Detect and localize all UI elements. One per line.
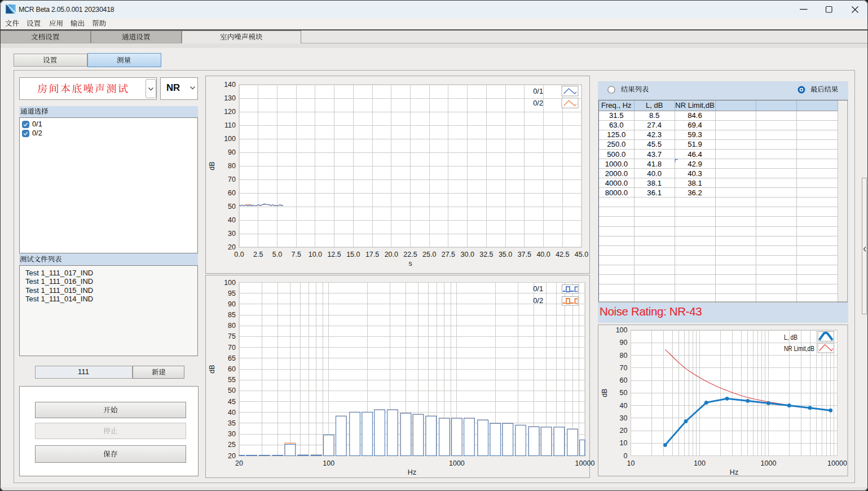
svg-text:500.0: 500.0 [607, 150, 625, 159]
svg-text:4000.0: 4000.0 [605, 179, 627, 187]
svg-text:10.0: 10.0 [309, 251, 322, 258]
svg-text:80: 80 [228, 322, 236, 330]
svg-text:30: 30 [228, 430, 236, 438]
svg-text:60: 60 [228, 189, 236, 197]
svg-text:dB: dB [601, 389, 609, 397]
svg-text:69.4: 69.4 [688, 121, 702, 129]
svg-text:35: 35 [228, 419, 236, 427]
svg-text:30: 30 [228, 230, 236, 238]
svg-text:17.5: 17.5 [365, 251, 379, 258]
svg-text:L, dB: L, dB [784, 334, 797, 341]
svg-text:36.2: 36.2 [688, 188, 702, 197]
svg-text:20: 20 [228, 452, 236, 460]
svg-text:40: 40 [228, 216, 236, 224]
svg-text:1000: 1000 [449, 459, 465, 467]
svg-text:22.5: 22.5 [403, 251, 417, 258]
svg-text:90: 90 [228, 300, 236, 308]
svg-text:1000: 1000 [761, 459, 777, 467]
svg-text:80: 80 [228, 162, 236, 170]
svg-text:45.0: 45.0 [575, 251, 588, 258]
svg-text:NR Limit,dB: NR Limit,dB [675, 101, 714, 109]
svg-text:60: 60 [228, 365, 236, 373]
svg-text:90: 90 [620, 339, 628, 347]
svg-text:1000.0: 1000.0 [605, 160, 627, 168]
svg-text:27.5: 27.5 [442, 251, 455, 258]
svg-text:84.6: 84.6 [688, 111, 702, 120]
svg-text:50: 50 [228, 203, 236, 211]
svg-text:120: 120 [224, 108, 236, 116]
svg-text:50: 50 [228, 387, 236, 394]
svg-text:43.7: 43.7 [647, 150, 662, 159]
svg-text:5.0: 5.0 [272, 251, 282, 258]
svg-text:125.0: 125.0 [607, 130, 625, 139]
svg-text:20: 20 [228, 243, 236, 251]
svg-text:20.0: 20.0 [385, 251, 398, 258]
svg-text:0/1: 0/1 [533, 87, 543, 95]
svg-text:32.5: 32.5 [479, 251, 493, 258]
svg-text:100: 100 [323, 459, 334, 467]
svg-text:100: 100 [694, 459, 706, 467]
svg-text:45: 45 [228, 398, 236, 406]
svg-text:40: 40 [228, 409, 236, 417]
svg-text:25: 25 [228, 441, 236, 449]
svg-text:55: 55 [228, 376, 236, 384]
svg-text:46.4: 46.4 [688, 150, 702, 159]
svg-text:50: 50 [620, 389, 628, 397]
svg-text:Freq., Hz: Freq., Hz [601, 101, 631, 109]
svg-text:42.3: 42.3 [647, 130, 662, 139]
svg-text:10: 10 [620, 439, 628, 447]
svg-text:10000: 10000 [575, 459, 595, 467]
svg-text:0/2: 0/2 [533, 296, 543, 305]
svg-text:110: 110 [224, 121, 236, 129]
svg-text:40.0: 40.0 [536, 251, 550, 258]
svg-text:38.1: 38.1 [688, 179, 702, 187]
svg-text:Hz: Hz [408, 468, 416, 476]
svg-text:42.9: 42.9 [688, 160, 702, 168]
svg-text:0/1: 0/1 [533, 284, 543, 293]
svg-text:31.5: 31.5 [609, 111, 623, 120]
svg-text:s: s [408, 260, 412, 268]
svg-text:100: 100 [616, 326, 628, 334]
svg-text:10000: 10000 [827, 459, 847, 467]
svg-text:35.0: 35.0 [499, 251, 512, 258]
svg-text:2000.0: 2000.0 [605, 169, 627, 178]
svg-text:38.1: 38.1 [647, 179, 662, 187]
svg-text:20: 20 [620, 427, 628, 435]
svg-text:140: 140 [224, 81, 236, 89]
svg-text:L, dB: L, dB [646, 101, 663, 109]
svg-text:65: 65 [228, 354, 236, 362]
svg-text:dB: dB [208, 161, 216, 170]
svg-text:36.1: 36.1 [647, 188, 662, 197]
svg-text:NR Limit,dB: NR Limit,dB [784, 345, 814, 353]
svg-text:70: 70 [228, 176, 236, 183]
svg-text:95: 95 [228, 290, 236, 297]
svg-text:250.0: 250.0 [607, 140, 625, 148]
svg-text:40.3: 40.3 [688, 169, 702, 178]
svg-text:12.5: 12.5 [327, 251, 341, 258]
svg-text:75: 75 [228, 332, 236, 340]
svg-text:60: 60 [620, 376, 628, 384]
svg-text:41.8: 41.8 [647, 160, 662, 168]
svg-text:40.0: 40.0 [647, 169, 662, 178]
svg-text:0: 0 [624, 452, 628, 460]
svg-text:70: 70 [620, 364, 628, 372]
svg-text:30.0: 30.0 [461, 251, 474, 258]
svg-text:20: 20 [235, 459, 243, 467]
svg-text:30: 30 [620, 414, 628, 422]
svg-text:25.0: 25.0 [422, 251, 436, 258]
svg-text:59.3: 59.3 [688, 130, 702, 139]
svg-text:51.9: 51.9 [688, 140, 702, 148]
svg-text:8000.0: 8000.0 [605, 188, 627, 197]
svg-text:100: 100 [224, 135, 236, 143]
svg-text:7.5: 7.5 [292, 251, 301, 258]
svg-text:37.5: 37.5 [518, 251, 531, 258]
svg-text:80: 80 [620, 352, 628, 360]
svg-text:0/2: 0/2 [533, 99, 543, 107]
svg-text:Hz: Hz [730, 468, 738, 476]
svg-text:45.5: 45.5 [647, 140, 662, 148]
svg-text:27.4: 27.4 [647, 121, 662, 129]
svg-text:40: 40 [620, 402, 628, 410]
svg-text:130: 130 [224, 94, 236, 102]
svg-text:42.5: 42.5 [556, 251, 569, 258]
svg-text:2.5: 2.5 [253, 251, 263, 258]
